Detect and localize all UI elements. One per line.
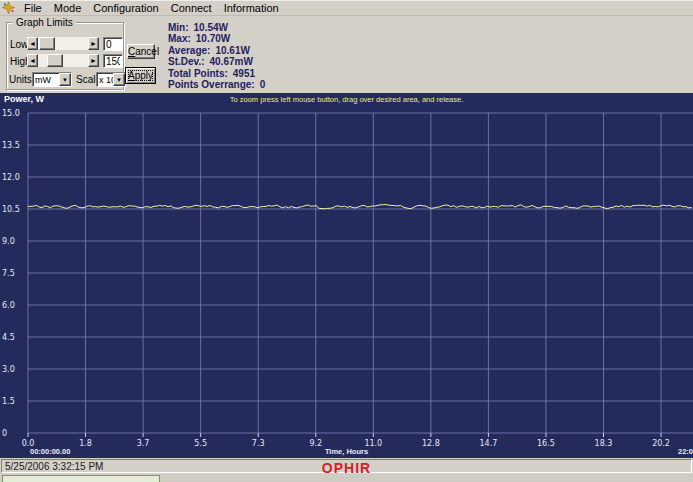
svg-text:6.0: 6.0 [2,301,15,310]
svg-text:1.5: 1.5 [2,397,15,406]
scale-dropdown-arrow-icon[interactable]: ▼ [113,73,125,86]
application-window: File Mode Configuration Connect Informat… [0,0,693,482]
menu-file[interactable]: File [18,1,48,15]
low-label: Low [10,39,28,50]
cancel-button[interactable]: Cancel [127,44,155,59]
svg-text:12.0: 12.0 [2,173,20,182]
low-scroll-left-arrow-icon[interactable]: ◄ [27,37,38,50]
plot-svg[interactable]: 15.013.512.010.59.07.56.04.53.01.500.01.… [0,93,693,458]
statistics-panel: Min:10.54W Max:10.70W Average:10.61W St.… [168,22,265,90]
high-scroll-left-arrow-icon[interactable]: ◄ [27,54,38,67]
status-bar: 5/25/2006 3:32:15 PM OPHIR [0,458,693,474]
svg-text:15.0: 15.0 [2,109,20,118]
control-panel: Graph Limits Low ◄ ► High ◄ ► Units mW ▼… [0,16,693,93]
status-panel: 5/25/2006 3:32:15 PM OPHIR [1,459,692,473]
zoom-hint-text: To zoom press left mouse button, drag ov… [0,95,693,104]
high-scrollbar-thumb[interactable] [47,54,63,67]
menu-mode[interactable]: Mode [48,1,88,15]
apply-focus-rect [128,70,153,81]
svg-text:0: 0 [2,429,7,438]
svg-text:9.0: 9.0 [2,237,15,246]
stat-total-points: Total Points:4951 [168,68,265,79]
svg-text:10.5: 10.5 [2,205,20,214]
graph-limits-title: Graph Limits [13,17,76,28]
high-scrollbar[interactable]: ◄ ► [27,54,99,67]
menu-configuration[interactable]: Configuration [87,1,164,15]
high-scroll-right-arrow-icon[interactable]: ► [88,54,99,67]
end-time-label: 22:0 [678,447,693,456]
low-scrollbar-thumb[interactable] [39,37,55,50]
svg-text:7.5: 7.5 [2,269,15,278]
menu-connect[interactable]: Connect [165,1,218,15]
x-axis-title: Time, Hours [0,447,693,456]
scale-dropdown[interactable]: x 100 ▼ [96,72,126,87]
stat-min: Min:10.54W [168,22,265,33]
menu-information[interactable]: Information [218,1,285,15]
units-value: mW [35,75,51,85]
units-label: Units [9,74,32,85]
time-axis-row: 00:00:00.00 Time, Hours 22:0 [0,447,693,457]
background-window-edge [2,475,160,482]
app-icon [2,2,15,14]
svg-text:3.0: 3.0 [2,365,15,374]
stat-max: Max:10.70W [168,33,265,44]
bottom-edge-strip [0,474,693,482]
high-value-input[interactable] [103,54,123,68]
stat-average: Average:10.61W [168,45,265,56]
units-dropdown[interactable]: mW ▼ [32,72,72,87]
apply-button[interactable]: Apply [125,67,156,84]
stat-points-overrange: Points Overrange:0 [168,79,265,90]
power-chart[interactable]: 15.013.512.010.59.07.56.04.53.01.500.01.… [0,93,693,458]
low-value-input[interactable] [103,37,123,51]
low-scroll-right-arrow-icon[interactable]: ► [88,37,99,50]
svg-text:13.5: 13.5 [2,141,20,150]
low-scrollbar[interactable]: ◄ ► [27,37,99,50]
svg-text:4.5: 4.5 [2,333,15,342]
units-dropdown-arrow-icon[interactable]: ▼ [59,73,71,86]
stat-stdev: St.Dev.:40.67mW [168,56,265,67]
menu-bar: File Mode Configuration Connect Informat… [0,1,693,16]
